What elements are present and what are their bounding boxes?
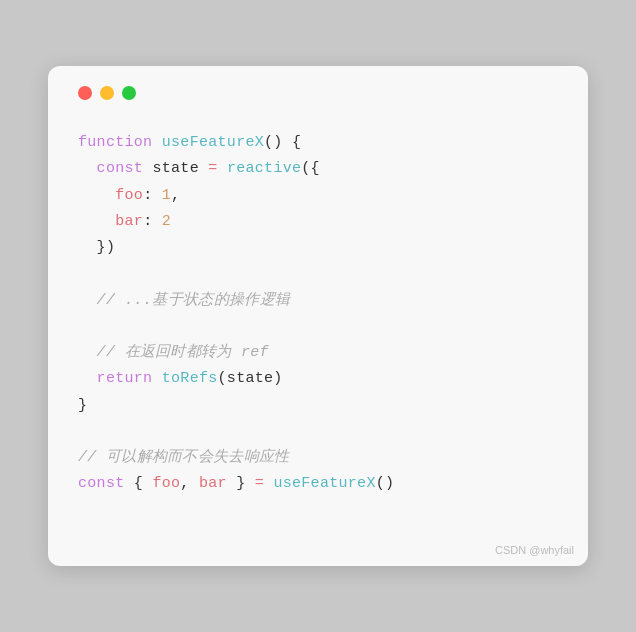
close-button[interactable] (78, 86, 92, 100)
maximize-button[interactable] (122, 86, 136, 100)
code-line-9: // 在返回时都转为 ref (78, 340, 558, 366)
code-line-1: function useFeatureX() { (78, 130, 558, 156)
watermark: CSDN @whyfail (495, 544, 574, 556)
minimize-button[interactable] (100, 86, 114, 100)
code-line-6 (78, 261, 558, 287)
code-line-14: const { foo, bar } = useFeatureX() (78, 471, 558, 497)
code-window: function useFeatureX() { const state = r… (48, 66, 588, 566)
code-line-7: // ...基于状态的操作逻辑 (78, 288, 558, 314)
code-line-5: }) (78, 235, 558, 261)
code-line-13: // 可以解构而不会失去响应性 (78, 445, 558, 471)
code-line-3: foo: 1, (78, 183, 558, 209)
traffic-lights (78, 86, 558, 100)
code-block: function useFeatureX() { const state = r… (78, 130, 558, 498)
code-line-11: } (78, 393, 558, 419)
code-line-2: const state = reactive({ (78, 156, 558, 182)
code-line-4: bar: 2 (78, 209, 558, 235)
code-line-12 (78, 419, 558, 445)
code-line-8 (78, 314, 558, 340)
code-line-10: return toRefs(state) (78, 366, 558, 392)
